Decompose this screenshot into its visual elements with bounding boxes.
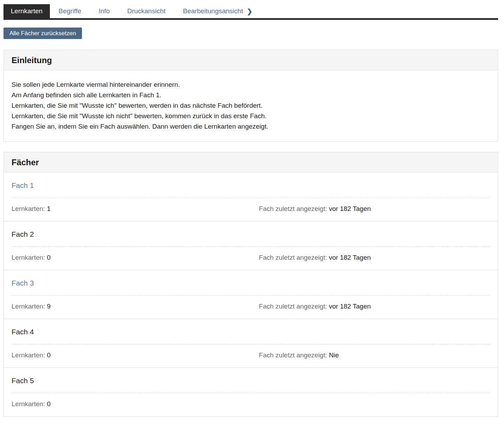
last-shown-value: vor 182 Tagen (329, 303, 371, 310)
cards-count: Lernkarten: 9 (12, 302, 259, 311)
chevron-right-icon: ❯ (247, 8, 253, 15)
cards-count-value: 1 (47, 205, 51, 212)
tab-info[interactable]: Info (90, 4, 119, 18)
tab-bar: Lernkarten Begriffe Info Druckansicht Be… (3, 4, 498, 20)
cards-count-label: Lernkarten: (12, 400, 45, 408)
fach-row: Fach 1 Lernkarten: 1 Fach zuletzt angeze… (4, 173, 498, 221)
intro-panel: Einleitung Sie sollen jede Lernkarte vie… (3, 50, 498, 142)
last-shown-value: vor 182 Tagen (329, 205, 371, 212)
last-shown-label: Fach zuletzt angezeigt: (259, 351, 327, 359)
cards-count: Lernkarten: 1 (12, 205, 259, 213)
intro-line: Am Anfang befinden sich alle Lernkarten … (12, 90, 490, 100)
last-shown-label: Fach zuletzt angezeigt: (259, 254, 327, 261)
last-shown-label: Fach zuletzt angezeigt: (259, 303, 327, 310)
cards-count-value: 0 (47, 400, 51, 408)
intro-panel-header: Einleitung (4, 50, 498, 70)
cards-count-label: Lernkarten: (12, 351, 45, 359)
cards-count-value: 0 (47, 254, 51, 261)
fach-details: Lernkarten: 0 Fach zuletzt angezeigt: vo… (12, 253, 490, 262)
tab-lernkarten[interactable]: Lernkarten (3, 4, 50, 18)
cards-count: Lernkarten: 0 (12, 400, 259, 408)
faecher-panel: Fächer Fach 1 Lernkarten: 1 Fach zuletzt… (3, 152, 498, 417)
faecher-panel-header: Fächer (4, 152, 498, 173)
row-divider (12, 295, 490, 296)
last-shown-label: Fach zuletzt angezeigt: (259, 205, 327, 212)
row-divider (12, 198, 490, 198)
page: Lernkarten Begriffe Info Druckansicht Be… (3, 0, 498, 417)
cards-count: Lernkarten: 0 (12, 253, 259, 262)
fach-title: Fach 4 (12, 327, 490, 336)
intro-line: Lernkarten, die Sie mit "Wusste ich" bew… (12, 100, 490, 111)
intro-panel-body: Sie sollen jede Lernkarte viermal hinter… (4, 70, 498, 141)
fach-details: Lernkarten: 1 Fach zuletzt angezeigt: vo… (12, 205, 490, 213)
row-divider (12, 344, 490, 344)
intro-panel-title: Einleitung (12, 55, 490, 65)
cards-count-label: Lernkarten: (12, 254, 45, 261)
last-shown: Fach zuletzt angezeigt: vor 182 Tagen (259, 302, 490, 311)
last-shown-value: vor 182 Tagen (329, 254, 371, 261)
row-divider (12, 393, 490, 393)
last-shown: Fach zuletzt angezeigt: vor 182 Tagen (259, 253, 490, 262)
fach-title: Fach 5 (12, 376, 490, 385)
tab-bearbeitungsansicht[interactable]: Bearbeitungsansicht ❯ (174, 4, 261, 18)
cards-count-label: Lernkarten: (12, 303, 45, 310)
cards-count: Lernkarten: 0 (12, 351, 259, 359)
fach-title-link[interactable]: Fach 1 (12, 181, 490, 190)
fach-list: Fach 1 Lernkarten: 1 Fach zuletzt angeze… (4, 173, 498, 416)
cards-count-label: Lernkarten: (12, 205, 45, 212)
last-shown: Fach zuletzt angezeigt: vor 182 Tagen (259, 205, 490, 213)
tab-druckansicht[interactable]: Druckansicht (119, 4, 174, 18)
faecher-panel-title: Fächer (12, 157, 490, 167)
fach-details: Lernkarten: 9 Fach zuletzt angezeigt: vo… (12, 302, 490, 311)
intro-line: Sie sollen jede Lernkarte viermal hinter… (12, 79, 490, 90)
tab-begriffe[interactable]: Begriffe (50, 4, 90, 18)
fach-row: Fach 4 Lernkarten: 0 Fach zuletzt angeze… (4, 319, 498, 367)
fach-details: Lernkarten: 0 Fach zuletzt angezeigt: Ni… (12, 351, 490, 359)
fach-title: Fach 2 (12, 230, 490, 238)
intro-line: Lernkarten, die Sie mit "Wusste ich nich… (12, 111, 490, 121)
row-divider (12, 246, 490, 247)
fach-title-link[interactable]: Fach 3 (12, 279, 490, 287)
fach-row: Fach 3 Lernkarten: 9 Fach zuletzt angeze… (4, 270, 498, 319)
last-shown-value: Nie (329, 351, 339, 359)
cards-count-value: 0 (47, 351, 51, 359)
fach-row: Fach 5 Lernkarten: 0 Fach zuletzt angeze… (4, 367, 498, 416)
intro-line: Fangen Sie an, indem Sie ein Fach auswäh… (12, 121, 490, 132)
cards-count-value: 9 (47, 303, 51, 310)
fach-row: Fach 2 Lernkarten: 0 Fach zuletzt angeze… (4, 221, 498, 270)
reset-all-faecher-button[interactable]: Alle Fächer zurücksetzen (3, 28, 82, 39)
last-shown: Fach zuletzt angezeigt: Nie (259, 351, 490, 359)
fach-details: Lernkarten: 0 Fach zuletzt angezeigt: (12, 400, 490, 408)
